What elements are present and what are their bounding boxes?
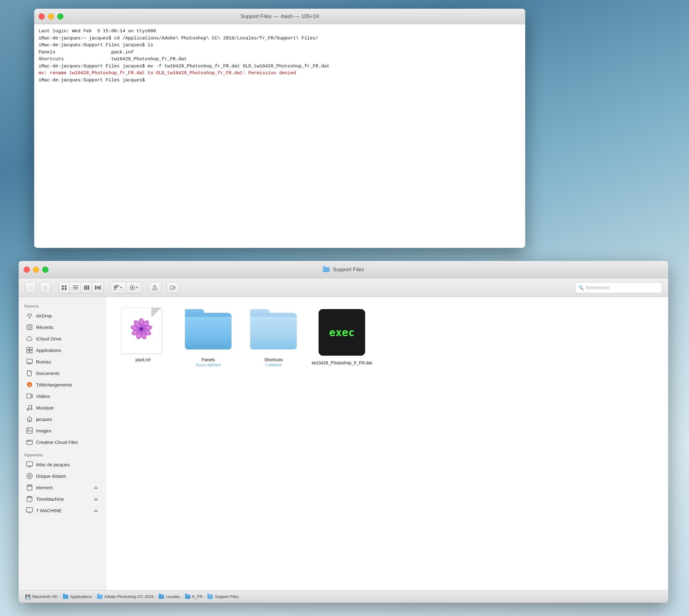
sidebar-item-musique[interactable]: Musique (21, 402, 104, 413)
breadcrumb-applications[interactable]: Applications (63, 594, 92, 599)
folder-sm-icon-2 (97, 595, 103, 599)
breadcrumb-bar: 💾 Macintosh HD › Applications › Adobe Ph… (19, 590, 668, 603)
sidebar-item-timemachine[interactable]: TimeMachine ⏏ (21, 493, 104, 505)
sidebar-label-icloud: iCloud Drive (36, 336, 98, 342)
sidebar-item-images[interactable]: Images (21, 425, 104, 436)
icon-view-button[interactable] (59, 282, 70, 293)
sidebar-item-recents[interactable]: Récents (21, 322, 104, 333)
sidebar-item-disque[interactable]: Disque distant (21, 470, 104, 482)
sidebar-label-airdrop: AirDrop (36, 313, 98, 318)
file-item-panels[interactable]: Panels Aucun élément (180, 304, 236, 367)
pack-icon-area (118, 304, 168, 354)
finder-toolbar: ‹ › ▾ ▾ (19, 278, 668, 297)
sidebar-item-element[interactable]: element ⏏ (21, 482, 104, 493)
terminal-minimize-button[interactable] (48, 13, 54, 20)
sidebar-item-tmachine[interactable]: T MACHINE ⏏ (21, 505, 104, 516)
disk-icon: 💾 (25, 595, 30, 599)
finder-minimize-button[interactable] (33, 266, 39, 273)
breadcrumb-photoshop[interactable]: Adobe Photoshop CC 2019 (97, 594, 153, 599)
shortcuts-folder-icon (250, 309, 297, 350)
sidebar-label-timemachine: TimeMachine (36, 497, 91, 502)
tag-button[interactable] (166, 282, 180, 293)
sidebar-label-videos: Vidéos (36, 394, 98, 399)
svg-rect-14 (114, 287, 117, 288)
tw10428-name: tw10428_Photoshop_fr_FR.dat (312, 360, 372, 365)
back-button[interactable]: ‹ (25, 282, 36, 293)
finder-main-content: pack.inf Panels Aucun élément (106, 297, 668, 590)
sidebar-item-imac[interactable]: iMac de jacques (21, 459, 104, 470)
breadcrumb-sep-4: › (182, 595, 183, 599)
sidebar-item-videos[interactable]: Vidéos (21, 391, 104, 402)
action-button[interactable]: ▾ (126, 282, 142, 293)
file-item-pack[interactable]: pack.inf (115, 304, 171, 367)
search-box[interactable]: 🔍 Rechercher (575, 282, 662, 293)
file-item-shortcuts[interactable]: Shortcuts 1 élément (245, 304, 301, 367)
shortcuts-name: Shortcuts (264, 357, 282, 362)
svg-rect-0 (62, 285, 64, 287)
sidebar-item-icloud[interactable]: iCloud Drive (21, 333, 104, 344)
svg-rect-3 (65, 288, 66, 290)
tmachine-eject-icon[interactable]: ⏏ (94, 508, 98, 513)
sidebar-item-jacques[interactable]: jacques (21, 414, 104, 425)
sidebar-section-appareils: Appareils (19, 451, 105, 459)
element-eject-icon[interactable]: ⏏ (94, 485, 98, 490)
breadcrumb-locales[interactable]: Locales (158, 594, 180, 599)
search-placeholder: Rechercher (585, 285, 610, 290)
gallery-view-button[interactable] (92, 282, 104, 293)
terminal-maximize-button[interactable] (57, 13, 63, 20)
finder-maximize-button[interactable] (42, 266, 48, 273)
share-button[interactable] (148, 282, 161, 293)
finder-titlebar: Support Files (19, 261, 668, 278)
pack-inf-icon (121, 305, 165, 353)
svg-rect-25 (30, 350, 32, 353)
pack-name: pack.inf (135, 357, 150, 362)
breadcrumb-sep-5: › (204, 595, 206, 599)
svg-rect-4 (73, 285, 78, 286)
svg-point-59 (139, 327, 143, 331)
file-grid: pack.inf Panels Aucun élément (115, 304, 659, 367)
breadcrumb-frfr[interactable]: fr_FR (185, 594, 202, 599)
forward-button[interactable]: › (40, 282, 51, 293)
terminal-line-4: Shortcuts tw10428_Photoshop_fr_FR.dat (39, 56, 521, 63)
svg-rect-23 (30, 347, 32, 350)
sidebar-item-applications[interactable]: Applications (21, 345, 104, 356)
sidebar-item-airdrop[interactable]: AirDrop (21, 310, 104, 321)
terminal-line-6: mv: rename tw10428_Photoshop_fr_FR.dat t… (39, 70, 521, 77)
sidebar-label-imac: iMac de jacques (36, 462, 98, 467)
folder-sm-icon-5 (207, 595, 213, 599)
timemachine-eject-icon[interactable]: ⏏ (94, 497, 98, 501)
svg-point-36 (28, 440, 29, 441)
breadcrumb-macintosh[interactable]: 💾 Macintosh HD (25, 594, 58, 599)
terminal-body[interactable]: Last login: Wed Feb 5 15:00:14 on ttys00… (34, 24, 525, 248)
sidebar-section-favoris: Favoris (19, 302, 105, 310)
svg-rect-10 (95, 285, 96, 290)
applications-icon (26, 347, 33, 353)
element-icon (26, 484, 33, 491)
svg-point-35 (27, 440, 28, 441)
documents-icon (26, 370, 33, 376)
sidebar-label-musique: Musique (36, 405, 98, 410)
svg-rect-38 (28, 467, 30, 467)
sidebar-item-telechargements[interactable]: Téléchargements (21, 379, 104, 390)
arrange-button[interactable]: ▾ (110, 282, 126, 293)
list-view-button[interactable] (70, 282, 81, 293)
svg-rect-18 (170, 286, 174, 289)
breadcrumb-supportfiles[interactable]: Support Files (207, 594, 239, 599)
file-item-tw10428[interactable]: exec tw10428_Photoshop_fr_FR.dat (311, 308, 373, 367)
sidebar-item-documents[interactable]: Documents (21, 368, 104, 379)
sidebar-label-recents: Récents (36, 325, 98, 330)
videos-icon (26, 393, 33, 399)
action-group: ▾ ▾ (110, 282, 142, 293)
svg-rect-37 (26, 462, 33, 466)
musique-icon (26, 404, 33, 411)
column-view-button[interactable] (81, 282, 92, 293)
sidebar-item-bureau[interactable]: Bureau (21, 356, 104, 367)
tw10428-icon-area: exec (317, 308, 367, 357)
shortcuts-subtitle: 1 élément (265, 363, 282, 367)
terminal-close-button[interactable] (39, 13, 45, 20)
sidebar-label-element: element (36, 485, 91, 490)
sidebar-item-creative[interactable]: Creative Cloud Files (21, 437, 104, 448)
svg-point-17 (132, 287, 133, 288)
finder-close-button[interactable] (24, 266, 30, 273)
sidebar-label-telechargements: Téléchargements (36, 382, 98, 387)
